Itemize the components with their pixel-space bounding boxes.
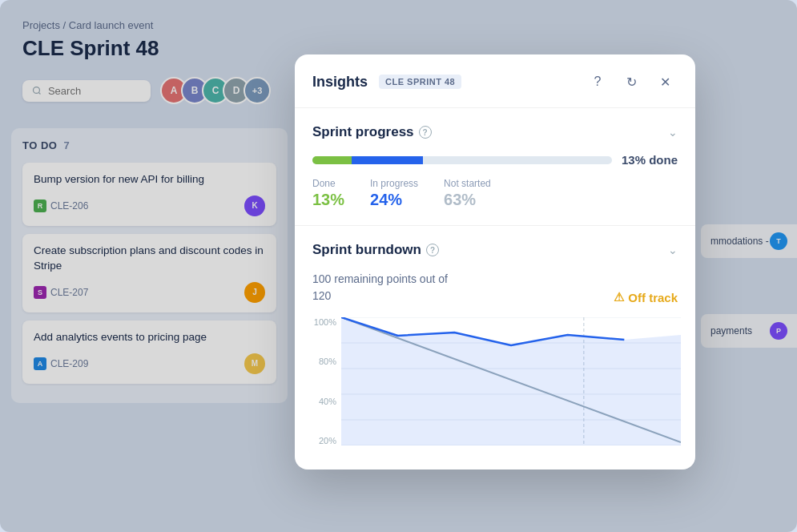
modal-title: Insights <box>312 74 368 91</box>
progress-bar <box>312 156 612 164</box>
y-label-20: 20% <box>309 436 341 445</box>
burndown-chart: 100% 80% 40% 20% <box>309 317 681 461</box>
stat-done-value: 13% <box>312 191 344 209</box>
stat-notstarted-value: 63% <box>444 191 491 209</box>
stat-inprogress: In progress 24% <box>370 178 418 209</box>
stat-done: Done 13% <box>312 178 344 209</box>
burndown-section-header: Sprint burndown ? ⌄ <box>312 242 678 258</box>
progress-bar-container: 13% done <box>312 153 678 167</box>
stat-done-label: Done <box>312 178 344 189</box>
modal-badge: CLE SPRINT 48 <box>379 75 461 89</box>
help-button[interactable]: ? <box>585 69 610 95</box>
chart-svg-area <box>341 317 681 445</box>
burndown-svg <box>341 317 681 445</box>
burndown-help-icon[interactable]: ? <box>426 244 439 256</box>
sprint-progress-help-icon[interactable]: ? <box>419 126 432 139</box>
stat-inprogress-label: In progress <box>370 178 418 189</box>
refresh-button[interactable]: ↻ <box>618 69 644 95</box>
burndown-meta: 100 remaining points out of 120 ⚠ Off tr… <box>312 271 678 304</box>
y-label-80: 80% <box>309 357 341 366</box>
modal-header: Insights CLE SPRINT 48 ? ↻ ✕ <box>295 54 695 108</box>
y-label-100: 100% <box>309 317 341 327</box>
burndown-area <box>341 317 681 445</box>
warning-icon: ⚠ <box>614 290 624 304</box>
burndown-chevron-icon[interactable]: ⌄ <box>668 244 678 256</box>
stat-inprogress-value: 24% <box>370 191 418 209</box>
y-label-40: 40% <box>309 397 341 406</box>
off-track-badge: ⚠ Off track <box>614 290 678 304</box>
remaining-text: 100 remaining points out of 120 <box>312 271 448 304</box>
progress-done-segment <box>312 156 352 164</box>
sprint-progress-section: Sprint progress ? ⌄ 13% done Done 13% In… <box>295 108 695 226</box>
modal-actions: ? ↻ ✕ <box>585 69 678 95</box>
section-header: Sprint progress ? ⌄ <box>312 124 678 140</box>
close-icon: ✕ <box>660 75 670 90</box>
close-button[interactable]: ✕ <box>652 69 678 95</box>
chevron-down-icon[interactable]: ⌄ <box>668 126 678 139</box>
insights-modal: Insights CLE SPRINT 48 ? ↻ ✕ Sprint prog… <box>295 54 695 470</box>
chart-y-axis: 100% 80% 40% 20% <box>309 317 341 445</box>
progress-stats: Done 13% In progress 24% Not started 63% <box>312 178 678 209</box>
refresh-icon: ↻ <box>626 75 637 90</box>
burndown-title: Sprint burndown ? <box>312 242 439 258</box>
progress-inprogress-segment <box>352 156 424 164</box>
sprint-burndown-section: Sprint burndown ? ⌄ 100 remaining points… <box>295 226 695 470</box>
stat-notstarted-label: Not started <box>444 178 491 189</box>
stat-notstarted: Not started 63% <box>444 178 491 209</box>
section-title: Sprint progress ? <box>312 124 432 140</box>
question-icon: ? <box>594 75 602 89</box>
progress-label: 13% done <box>622 153 678 167</box>
